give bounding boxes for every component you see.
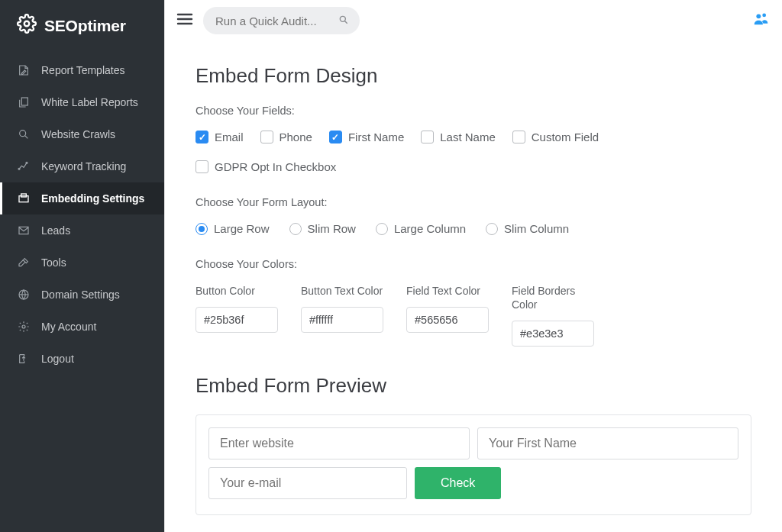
sidebar-item-account[interactable]: My Account bbox=[0, 311, 164, 343]
color-label: Field Borders Color bbox=[512, 284, 600, 313]
fields-row: Email Phone First Name Last Name Custom … bbox=[196, 131, 751, 173]
checkbox-icon bbox=[196, 131, 208, 143]
colors-heading: Choose Your Colors: bbox=[196, 258, 751, 270]
sidebar-item-tools[interactable]: Tools bbox=[0, 247, 164, 279]
sidebar-item-white-label[interactable]: White Label Reports bbox=[0, 86, 164, 118]
colors-grid: Button Color Button Text Color Field Tex… bbox=[196, 284, 751, 347]
gear-icon bbox=[17, 320, 31, 334]
layout-slim-column[interactable]: Slim Column bbox=[486, 222, 569, 235]
app-root: SEOptimer Report Templates White Label R… bbox=[0, 0, 782, 532]
gear-arrows-icon bbox=[17, 14, 37, 37]
checkbox-icon bbox=[329, 131, 342, 143]
field-last-name[interactable]: Last Name bbox=[421, 131, 496, 143]
sidebar-item-logout[interactable]: Logout bbox=[0, 343, 164, 375]
color-label: Button Text Color bbox=[301, 284, 389, 299]
sidebar-item-label: White Label Reports bbox=[41, 96, 138, 108]
sidebar-item-leads[interactable]: Leads bbox=[0, 214, 164, 247]
brand-logo[interactable]: SEOptimer bbox=[0, 0, 164, 51]
quick-audit-input[interactable] bbox=[215, 15, 322, 27]
radio-icon bbox=[486, 223, 498, 235]
globe-icon bbox=[17, 288, 31, 301]
sidebar-item-label: Domain Settings bbox=[41, 289, 120, 301]
sidebar-item-label: Keyword Tracking bbox=[41, 160, 126, 172]
check-button[interactable]: Check bbox=[415, 467, 501, 499]
copy-document-icon bbox=[17, 95, 31, 109]
button-text-color-input[interactable] bbox=[301, 307, 383, 333]
sidebar-item-embedding[interactable]: Embedding Settings bbox=[0, 182, 164, 214]
svg-point-11 bbox=[756, 14, 761, 18]
layout-slim-row[interactable]: Slim Row bbox=[289, 222, 356, 235]
content-area: Embed Form Design Choose Your Fields: Em… bbox=[165, 41, 782, 532]
sidebar-item-crawls[interactable]: Website Crawls bbox=[0, 118, 164, 150]
button-color-input[interactable] bbox=[196, 307, 278, 333]
chart-line-icon bbox=[17, 160, 31, 173]
sidebar-nav: Report Templates White Label Reports Web… bbox=[0, 54, 164, 375]
svg-point-3 bbox=[26, 162, 27, 163]
preview-row-1 bbox=[208, 427, 738, 459]
sidebar-item-label: Embedding Settings bbox=[41, 192, 144, 205]
sidebar-item-label: Website Crawls bbox=[41, 128, 115, 140]
layout-row: Large Row Slim Row Large Column Slim Col… bbox=[196, 222, 751, 235]
users-icon[interactable] bbox=[751, 11, 771, 31]
field-phone[interactable]: Phone bbox=[260, 131, 312, 143]
radio-icon bbox=[196, 223, 208, 235]
svg-point-10 bbox=[340, 16, 345, 21]
sidebar: SEOptimer Report Templates White Label R… bbox=[0, 0, 164, 532]
search-icon bbox=[338, 15, 349, 27]
document-edit-icon bbox=[17, 63, 31, 77]
checkbox-icon bbox=[512, 131, 525, 143]
button-color-col: Button Color bbox=[196, 284, 284, 347]
svg-point-12 bbox=[762, 14, 766, 18]
checkbox-icon bbox=[196, 160, 208, 173]
field-text-color-col: Field Text Color bbox=[406, 284, 495, 347]
design-title: Embed Form Design bbox=[196, 64, 751, 88]
form-preview: Check bbox=[196, 414, 751, 515]
svg-point-2 bbox=[20, 131, 26, 137]
field-email[interactable]: Email bbox=[196, 131, 244, 143]
button-text-color-col: Button Text Color bbox=[301, 284, 389, 347]
field-border-color-col: Field Borders Color bbox=[512, 284, 600, 347]
field-first-name[interactable]: First Name bbox=[329, 131, 404, 143]
menu-toggle-icon[interactable] bbox=[176, 10, 194, 31]
sidebar-item-report-templates[interactable]: Report Templates bbox=[0, 54, 164, 86]
sidebar-item-label: Report Templates bbox=[41, 64, 124, 76]
radio-icon bbox=[289, 223, 302, 235]
field-gdpr[interactable]: GDPR Opt In Checkbox bbox=[196, 160, 336, 173]
quick-audit-search[interactable] bbox=[203, 7, 360, 34]
hammer-icon bbox=[17, 256, 31, 269]
preview-row-2: Check bbox=[208, 467, 738, 499]
first-name-input[interactable] bbox=[477, 427, 738, 459]
field-text-color-input[interactable] bbox=[406, 307, 489, 333]
checkbox-icon bbox=[421, 131, 434, 143]
sidebar-item-label: My Account bbox=[41, 321, 96, 333]
field-custom[interactable]: Custom Field bbox=[512, 131, 599, 143]
search-icon bbox=[17, 127, 31, 141]
svg-point-0 bbox=[24, 21, 30, 27]
svg-rect-1 bbox=[21, 98, 27, 105]
layout-large-row[interactable]: Large Row bbox=[196, 222, 270, 235]
embed-box-icon bbox=[17, 192, 31, 205]
sidebar-item-label: Logout bbox=[41, 353, 74, 365]
website-input[interactable] bbox=[208, 427, 470, 459]
sidebar-item-domain-settings[interactable]: Domain Settings bbox=[0, 279, 164, 311]
brand-name: SEOptimer bbox=[44, 17, 126, 35]
preview-title: Embed Form Preview bbox=[196, 374, 751, 398]
layout-large-column[interactable]: Large Column bbox=[376, 222, 466, 235]
topbar bbox=[165, 0, 782, 41]
logout-icon bbox=[17, 352, 31, 366]
sidebar-item-label: Leads bbox=[41, 224, 70, 237]
email-input[interactable] bbox=[208, 467, 407, 499]
field-border-color-input[interactable] bbox=[512, 321, 594, 347]
radio-icon bbox=[376, 223, 388, 235]
sidebar-item-label: Tools bbox=[41, 256, 66, 269]
checkbox-icon bbox=[260, 131, 273, 143]
color-label: Button Color bbox=[196, 284, 284, 299]
main-column: Embed Form Design Choose Your Fields: Em… bbox=[164, 0, 782, 532]
sidebar-item-keyword-tracking[interactable]: Keyword Tracking bbox=[0, 150, 164, 182]
color-label: Field Text Color bbox=[406, 284, 495, 299]
svg-point-9 bbox=[22, 325, 25, 328]
fields-heading: Choose Your Fields: bbox=[196, 105, 751, 117]
mail-icon bbox=[17, 224, 31, 237]
layout-heading: Choose Your Form Layout: bbox=[196, 196, 751, 208]
